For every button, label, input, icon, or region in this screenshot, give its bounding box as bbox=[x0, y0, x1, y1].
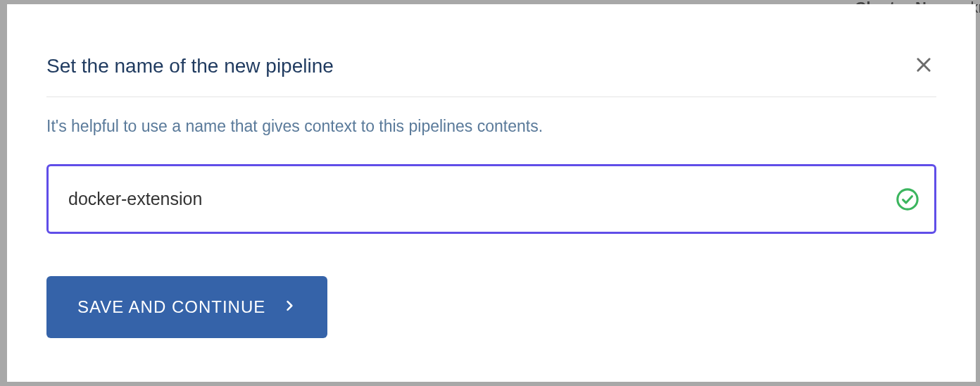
close-icon bbox=[914, 55, 934, 77]
svg-point-2 bbox=[898, 189, 917, 208]
pipeline-name-input[interactable] bbox=[46, 164, 936, 234]
pipeline-name-input-wrapper bbox=[46, 164, 936, 234]
chevron-right-icon bbox=[282, 297, 296, 317]
save-button-label: SAVE AND CONTINUE bbox=[77, 297, 265, 317]
save-continue-button[interactable]: SAVE AND CONTINUE bbox=[46, 276, 327, 338]
modal-title: Set the name of the new pipeline bbox=[46, 55, 334, 77]
modal-header: Set the name of the new pipeline bbox=[46, 52, 936, 97]
close-button[interactable] bbox=[911, 52, 936, 80]
valid-check-icon bbox=[896, 187, 919, 211]
new-pipeline-modal: Set the name of the new pipeline It's he… bbox=[7, 4, 976, 382]
modal-subtitle: It's helpful to use a name that gives co… bbox=[46, 117, 936, 136]
